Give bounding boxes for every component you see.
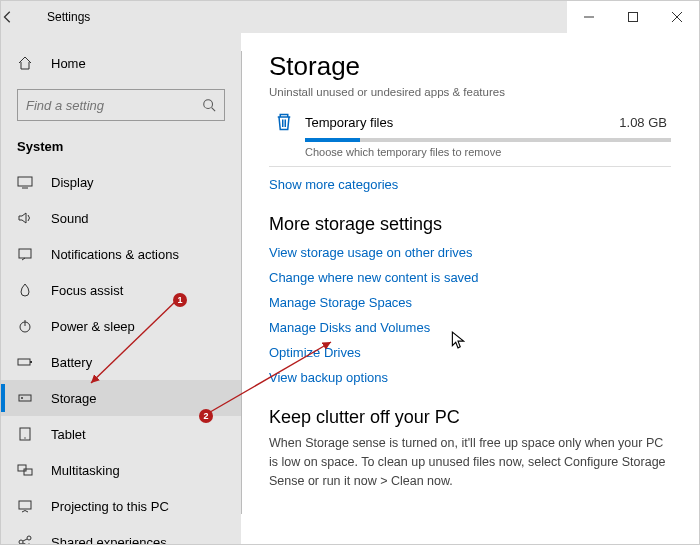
sidebar-item-power-sleep[interactable]: Power & sleep — [1, 308, 241, 344]
svg-line-3 — [212, 108, 216, 112]
titlebar: Settings — [1, 1, 699, 33]
multitasking-icon — [17, 462, 39, 478]
show-more-categories-link[interactable]: Show more categories — [269, 177, 671, 192]
sidebar-item-notifications[interactable]: Notifications & actions — [1, 236, 241, 272]
keep-clutter-heading: Keep clutter off your PC — [269, 407, 671, 428]
svg-rect-17 — [24, 469, 32, 475]
sidebar-item-label: Storage — [51, 391, 97, 406]
sound-icon — [17, 210, 39, 226]
shared-icon — [17, 534, 39, 544]
sidebar-item-sound[interactable]: Sound — [1, 200, 241, 236]
sidebar-item-label: Sound — [51, 211, 89, 226]
sidebar-item-shared-experiences[interactable]: Shared experiences — [1, 524, 241, 544]
link-optimize[interactable]: Optimize Drives — [269, 345, 671, 360]
sidebar-item-focus-assist[interactable]: Focus assist — [1, 272, 241, 308]
more-storage-heading: More storage settings — [269, 214, 671, 235]
sidebar-item-label: Multitasking — [51, 463, 120, 478]
link-backup[interactable]: View backup options — [269, 370, 671, 385]
keep-clutter-desc: When Storage sense is turned on, it'll f… — [269, 434, 671, 490]
search-icon — [202, 98, 216, 112]
svg-rect-16 — [18, 465, 26, 471]
temp-files-sub: Choose which temporary files to remove — [305, 146, 671, 158]
page-title: Storage — [269, 51, 671, 82]
temp-files-size: 1.08 GB — [619, 115, 671, 130]
content-pane: Storage Uninstall unused or undesired ap… — [241, 33, 699, 544]
link-storage-spaces[interactable]: Manage Storage Spaces — [269, 295, 671, 310]
svg-rect-1 — [629, 13, 638, 22]
minimize-button[interactable] — [567, 1, 611, 33]
link-other-drives[interactable]: View storage usage on other drives — [269, 245, 671, 260]
sidebar-item-label: Focus assist — [51, 283, 123, 298]
svg-point-19 — [19, 540, 23, 544]
sidebar-item-label: Projecting to this PC — [51, 499, 169, 514]
svg-point-13 — [21, 397, 23, 399]
sidebar-item-projecting[interactable]: Projecting to this PC — [1, 488, 241, 524]
sidebar-item-label: Notifications & actions — [51, 247, 179, 262]
usage-bar — [305, 138, 671, 142]
projecting-icon — [17, 498, 39, 514]
sidebar-item-label: Tablet — [51, 427, 86, 442]
sidebar-home-label: Home — [51, 56, 86, 71]
battery-icon — [17, 354, 39, 370]
window-title: Settings — [41, 10, 90, 24]
sidebar-item-battery[interactable]: Battery — [1, 344, 241, 380]
notifications-icon — [17, 246, 39, 262]
link-new-content[interactable]: Change where new content is saved — [269, 270, 671, 285]
sidebar-item-label: Battery — [51, 355, 92, 370]
link-disks-volumes[interactable]: Manage Disks and Volumes — [269, 320, 671, 335]
sidebar-home[interactable]: Home — [1, 45, 241, 81]
search-box[interactable] — [17, 89, 225, 121]
search-input[interactable] — [26, 98, 202, 113]
page-subtitle: Uninstall unused or undesired apps & fea… — [269, 86, 671, 98]
svg-point-20 — [27, 536, 31, 540]
sidebar-category: System — [1, 133, 241, 164]
svg-rect-6 — [19, 249, 31, 258]
sidebar-item-multitasking[interactable]: Multitasking — [1, 452, 241, 488]
power-icon — [17, 318, 39, 334]
sidebar: Home System Display Sound Notifications … — [1, 33, 241, 544]
sidebar-item-label: Power & sleep — [51, 319, 135, 334]
sidebar-item-label: Display — [51, 175, 94, 190]
temp-files-card[interactable]: Temporary files 1.08 GB Choose which tem… — [269, 106, 671, 167]
sidebar-item-storage[interactable]: Storage — [1, 380, 241, 416]
back-button[interactable] — [1, 10, 41, 24]
svg-rect-11 — [30, 361, 32, 363]
sidebar-item-display[interactable]: Display — [1, 164, 241, 200]
tablet-icon — [17, 426, 39, 442]
svg-line-22 — [23, 539, 27, 541]
display-icon — [17, 174, 39, 190]
home-icon — [17, 55, 39, 71]
maximize-button[interactable] — [611, 1, 655, 33]
svg-line-23 — [23, 543, 27, 544]
svg-rect-10 — [18, 359, 30, 365]
svg-point-15 — [24, 437, 25, 438]
storage-icon — [17, 390, 39, 406]
svg-rect-4 — [18, 177, 32, 186]
close-button[interactable] — [655, 1, 699, 33]
trash-icon — [269, 112, 299, 132]
sidebar-item-label: Shared experiences — [51, 535, 167, 545]
focus-assist-icon — [17, 282, 39, 298]
temp-files-title: Temporary files — [299, 115, 619, 130]
sidebar-item-tablet[interactable]: Tablet — [1, 416, 241, 452]
svg-rect-12 — [19, 395, 31, 401]
cursor-icon — [451, 331, 465, 349]
svg-rect-18 — [19, 501, 31, 509]
svg-point-2 — [204, 100, 213, 109]
